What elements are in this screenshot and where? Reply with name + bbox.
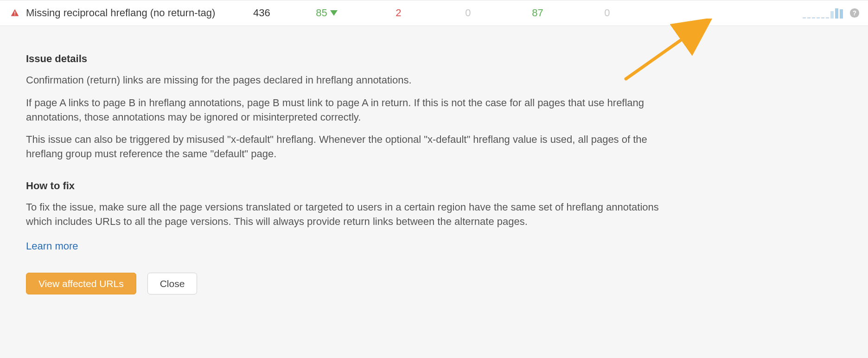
issue-row[interactable]: Missing reciprocal hreflang (no return-t…: [0, 0, 868, 26]
caret-down-icon: [330, 10, 338, 16]
svg-text:?: ?: [853, 10, 856, 17]
sparkline-chart[interactable]: [803, 7, 843, 19]
issue-details-p2: If page A links to page B in hreflang an…: [26, 96, 675, 125]
help-icon[interactable]: ?: [849, 8, 860, 18]
howto-text: To fix the issue, make sure all the page…: [26, 200, 675, 229]
issue-metrics: 436 85 2 0 87 0: [234, 7, 642, 19]
issue-details-heading: Issue details: [26, 53, 709, 65]
warning-icon: [10, 8, 19, 18]
metric-trend-down-value: 85: [316, 7, 327, 19]
issue-details-panel: Issue details Confirmation (return) link…: [0, 26, 709, 350]
issue-details-p1: Confirmation (return) links are missing …: [26, 73, 675, 88]
metric-count: 436: [234, 7, 289, 19]
issue-title: Missing reciprocal hreflang (no return-t…: [26, 7, 215, 19]
svg-rect-1: [14, 14, 15, 15]
metric-green-2: 87: [503, 7, 572, 19]
close-button[interactable]: Close: [147, 273, 198, 294]
view-affected-urls-button[interactable]: View affected URLs: [26, 273, 136, 294]
metric-zero-1: 0: [433, 7, 503, 19]
metric-red: 2: [364, 7, 433, 19]
issue-details-p3: This issue can also be triggered by misu…: [26, 133, 675, 161]
learn-more-link[interactable]: Learn more: [26, 240, 78, 252]
howto-heading: How to fix: [26, 180, 709, 192]
metric-zero-2: 0: [572, 7, 642, 19]
metric-trend-down: 85: [289, 7, 364, 19]
svg-rect-0: [14, 12, 15, 14]
